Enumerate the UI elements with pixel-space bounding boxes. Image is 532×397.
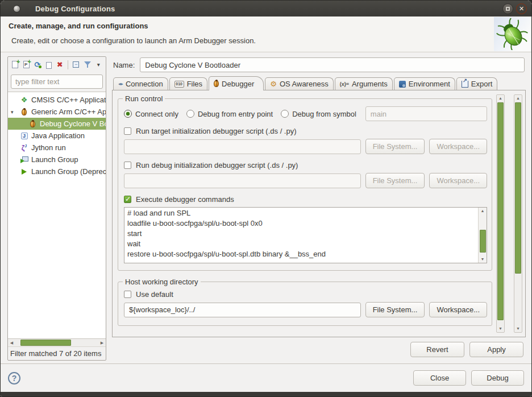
scroll-left-icon[interactable]: ◀: [9, 341, 15, 345]
host-file-system-button[interactable]: File System...: [365, 302, 425, 317]
debug-from-symbol-label[interactable]: Debug from symbol: [292, 110, 356, 118]
export-configurations-icon[interactable]: ⟳: [33, 60, 42, 69]
use-default-label[interactable]: Use default: [136, 290, 173, 299]
content-outer-scrollbar[interactable]: ▲ ▼: [514, 94, 522, 333]
tab-files[interactable]: 010 Files: [169, 77, 207, 90]
host-directory-input[interactable]: [124, 303, 361, 317]
duplicate-icon[interactable]: [44, 60, 53, 69]
tab-bar: ◂▪▸ Connection 010 Files Debugger ⚙ OS A…: [112, 76, 526, 90]
tree-item-java[interactable]: J Java Application: [8, 130, 106, 142]
arguments-icon: (x)=: [340, 81, 349, 87]
tree-horizontal-scrollbar[interactable]: ◀ ▶: [8, 338, 106, 346]
scrollbar-thumb[interactable]: [497, 102, 504, 320]
host-working-directory-group: Host working directory Use default File …: [118, 278, 492, 326]
debug-from-entry-point-label[interactable]: Debug from entry point: [198, 110, 273, 118]
run-control-legend: Run control: [123, 94, 165, 103]
scroll-up-icon[interactable]: ▲: [516, 95, 520, 102]
close-icon: ✕: [519, 6, 524, 12]
header-subtitle: Create, edit or choose a configuration t…: [9, 36, 531, 45]
run-debug-script-checkbox[interactable]: [124, 162, 131, 169]
launch-group-icon: [20, 156, 28, 163]
debug-button[interactable]: Debug: [471, 370, 524, 386]
debug-workspace-button: Workspace...: [429, 173, 487, 188]
tree-item-label: Java Application: [31, 131, 85, 140]
content-inner-scrollbar[interactable]: ▲ ▼: [496, 94, 505, 333]
launch-group-deprecated-icon: [20, 169, 28, 175]
scroll-down-icon[interactable]: ▼: [481, 256, 485, 263]
tab-debugger[interactable]: Debugger: [209, 76, 264, 90]
filter-input[interactable]: [11, 75, 103, 89]
main-area: ⟳ ✖ − ▾ ❖ CMSIS C/C++ Application ▾ Gene…: [1, 52, 531, 363]
filter-icon[interactable]: [83, 60, 92, 69]
debugger-commands-text[interactable]: # load and run SPL loadfile u-boot-socfp…: [124, 208, 478, 263]
scrollbar-thumb[interactable]: [20, 340, 71, 346]
delete-icon[interactable]: ✖: [56, 60, 65, 69]
tab-environment[interactable]: Environment: [394, 77, 455, 90]
execute-commands-label[interactable]: Execute debugger commands: [136, 195, 234, 204]
connect-only-label[interactable]: Connect only: [135, 110, 178, 118]
use-default-checkbox[interactable]: [124, 291, 131, 298]
jython-icon: ζJ: [20, 144, 28, 151]
tab-export[interactable]: Export: [456, 77, 498, 90]
apply-button[interactable]: Apply: [469, 342, 523, 357]
debug-from-symbol-radio[interactable]: [281, 110, 289, 118]
new-prototype-icon[interactable]: [22, 60, 31, 69]
run-target-script-label[interactable]: Run target initialization debugger scrip…: [136, 127, 297, 135]
tree-item-label: Debug Cyclone V Bootloader: [40, 119, 106, 128]
debugger-commands-textarea[interactable]: # load and run SPL loadfile u-boot-socfp…: [124, 207, 487, 263]
close-button[interactable]: Close: [413, 370, 466, 386]
scroll-up-icon[interactable]: ▲: [481, 208, 485, 214]
title-bar[interactable]: Debug Configurations ✕: [1, 1, 531, 16]
connection-icon: ◂▪▸: [118, 81, 123, 86]
debug-file-system-button: File System...: [365, 173, 425, 188]
execute-commands-checkbox[interactable]: [124, 196, 131, 203]
tab-arguments[interactable]: (x)= Arguments: [335, 77, 393, 90]
tree-item-cmsis[interactable]: ❖ CMSIS C/C++ Application: [8, 94, 106, 106]
tab-connection[interactable]: ◂▪▸ Connection: [113, 77, 168, 90]
debug-from-entry-point-radio[interactable]: [186, 110, 194, 118]
tree-item-label: Jython run: [31, 143, 66, 152]
maximize-button[interactable]: [502, 3, 513, 14]
scrollbar-thumb[interactable]: [480, 230, 486, 253]
host-workspace-button[interactable]: Workspace...: [429, 302, 487, 317]
menu-dropdown-icon[interactable]: ▾: [94, 60, 103, 69]
tree-item-label: Launch Group: [31, 155, 78, 164]
help-button[interactable]: ?: [8, 372, 20, 384]
tree-item-generic-arm[interactable]: ▾ Generic Arm C/C++ Application: [8, 106, 106, 118]
tree-item-debug-cyclone[interactable]: Debug Cyclone V Bootloader: [8, 118, 106, 130]
dialog-header: Create, manage, and run configurations C…: [1, 16, 531, 52]
target-file-system-button: File System...: [365, 139, 425, 154]
toolbar-separator: [68, 60, 68, 69]
tree-item-launch-group[interactable]: Launch Group: [8, 154, 106, 166]
filter-status-text: Filter matched 7 of 20 items: [8, 346, 106, 360]
run-target-script-checkbox[interactable]: [124, 127, 131, 135]
arm-bug-icon: [20, 109, 28, 115]
name-label: Name:: [113, 61, 135, 69]
host-working-directory-legend: Host working directory: [123, 278, 201, 286]
name-input[interactable]: [140, 57, 525, 72]
scroll-down-icon[interactable]: ▼: [498, 325, 502, 332]
run-debug-script-label[interactable]: Run debug initialization debugger script…: [136, 161, 298, 169]
java-icon: J: [20, 133, 28, 139]
revert-button[interactable]: Revert: [410, 342, 464, 357]
scroll-down-icon[interactable]: ▼: [516, 325, 520, 332]
tab-os-awareness[interactable]: ⚙ OS Awareness: [265, 77, 333, 90]
cmsis-icon: ❖: [20, 96, 28, 104]
debug-configurations-dialog: Debug Configurations ✕ Create, manage, a…: [0, 0, 532, 397]
run-control-group: Run control Connect only Debug from entr…: [118, 94, 492, 271]
tree-item-launch-group-deprecated[interactable]: Launch Group (Deprecated): [8, 166, 106, 177]
arm-bug-icon: [28, 121, 37, 127]
new-configuration-icon[interactable]: [11, 60, 20, 69]
collapse-all-icon[interactable]: −: [72, 60, 81, 69]
scroll-up-icon[interactable]: ▲: [498, 95, 502, 102]
tree-item-label: Launch Group (Deprecated): [31, 167, 106, 176]
scrollbar-thumb[interactable]: [515, 102, 521, 274]
window-menu-icon[interactable]: [13, 5, 20, 13]
close-window-button[interactable]: ✕: [516, 3, 527, 14]
connect-only-radio[interactable]: [124, 110, 132, 118]
expander-icon[interactable]: ▾: [11, 109, 14, 115]
commands-scrollbar[interactable]: ▲ ▼: [478, 208, 487, 263]
scroll-right-icon[interactable]: ▶: [99, 341, 105, 345]
tree-item-jython[interactable]: ζJ Jython run: [8, 142, 106, 154]
target-script-path-input: [124, 139, 361, 154]
